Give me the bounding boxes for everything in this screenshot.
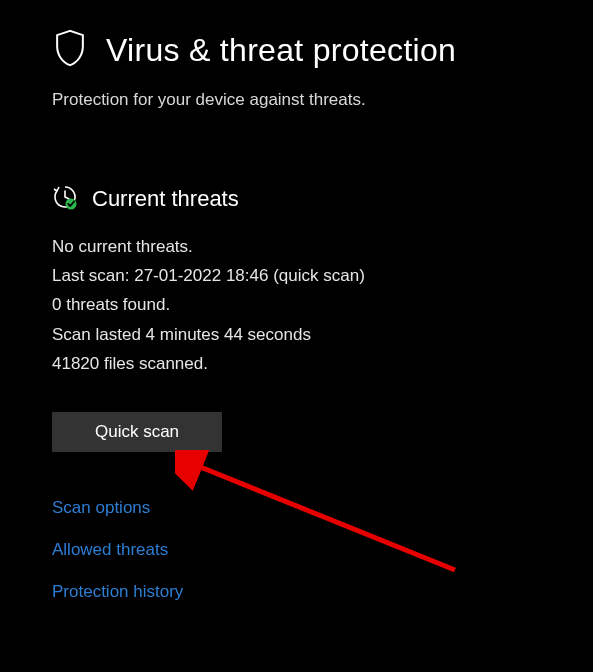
- page-header: Virus & threat protection: [52, 28, 593, 72]
- link-protection-history[interactable]: Protection history: [52, 582, 593, 602]
- quick-scan-button[interactable]: Quick scan: [52, 412, 222, 452]
- status-no-threats: No current threats.: [52, 232, 593, 261]
- status-last-scan: Last scan: 27-01-2022 18:46 (quick scan): [52, 261, 593, 290]
- shield-icon: [52, 28, 88, 72]
- link-allowed-threats[interactable]: Allowed threats: [52, 540, 593, 560]
- section-title: Current threats: [92, 186, 239, 212]
- section-header-current-threats: Current threats: [52, 184, 593, 214]
- status-files-scanned: 41820 files scanned.: [52, 349, 593, 378]
- link-scan-options[interactable]: Scan options: [52, 498, 593, 518]
- page-subtitle: Protection for your device against threa…: [52, 90, 593, 110]
- links-section: Scan options Allowed threats Protection …: [52, 498, 593, 602]
- page-title: Virus & threat protection: [106, 32, 456, 69]
- threat-status-block: No current threats. Last scan: 27-01-202…: [52, 232, 593, 378]
- history-check-icon: [52, 184, 78, 214]
- status-threats-found: 0 threats found.: [52, 290, 593, 319]
- status-scan-duration: Scan lasted 4 minutes 44 seconds: [52, 320, 593, 349]
